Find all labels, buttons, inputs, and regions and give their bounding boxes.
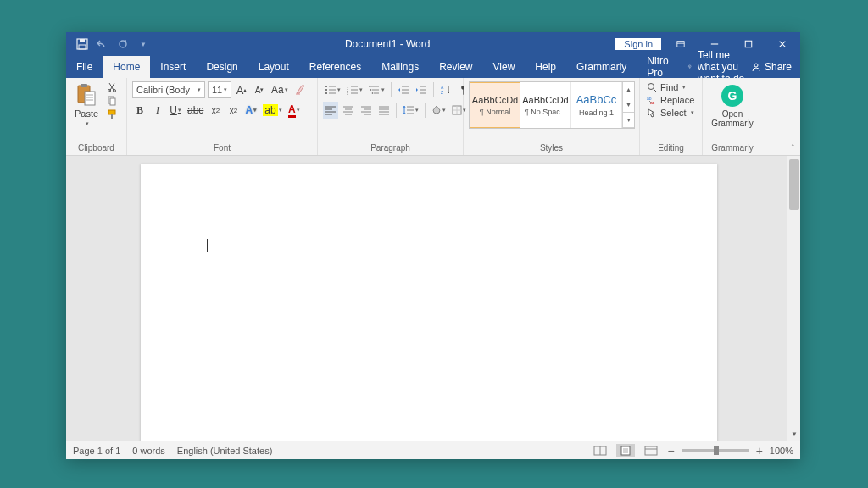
sort-icon[interactable]: AZ: [438, 81, 453, 98]
tab-grammarly[interactable]: Grammarly: [566, 56, 637, 78]
tab-layout[interactable]: Layout: [248, 56, 299, 78]
group-paragraph: ▾ 123▾ ▾ AZ ¶ ▾: [318, 78, 464, 155]
open-grammarly-button[interactable]: G OpenGrammarly: [709, 81, 754, 128]
numbering-button[interactable]: 123▾: [345, 81, 364, 98]
tab-references[interactable]: References: [299, 56, 371, 78]
tab-help[interactable]: Help: [525, 56, 566, 78]
svg-rect-5: [745, 41, 752, 47]
subscript-button[interactable]: x2: [208, 102, 223, 119]
align-center-icon[interactable]: [341, 102, 356, 119]
change-case-button[interactable]: Aa▾: [270, 81, 290, 98]
gallery-up-icon[interactable]: ▲: [623, 82, 634, 97]
scroll-thumb[interactable]: [789, 159, 799, 210]
text-cursor: [207, 239, 208, 252]
align-justify-icon[interactable]: [376, 102, 392, 119]
close-button[interactable]: [768, 32, 797, 56]
style-no-spacing[interactable]: AaBbCcDd ¶ No Spac...: [520, 82, 571, 128]
clipboard-group-label: Clipboard: [71, 141, 121, 155]
tab-home[interactable]: Home: [103, 56, 150, 78]
svg-point-8: [754, 64, 758, 67]
select-button[interactable]: Select▾: [645, 107, 696, 119]
scroll-down-icon[interactable]: ▼: [787, 427, 800, 441]
multilevel-list-button[interactable]: ▾: [367, 81, 387, 98]
print-layout-icon[interactable]: [616, 444, 635, 458]
font-color-button[interactable]: A▾: [287, 102, 302, 119]
style-gallery[interactable]: AaBbCcDd ¶ Normal AaBbCcDd ¶ No Spac... …: [469, 81, 635, 129]
zoom-in-icon[interactable]: +: [756, 444, 763, 458]
text-effects-button[interactable]: A▾: [243, 102, 259, 119]
group-grammarly: G OpenGrammarly Grammarly: [703, 78, 762, 155]
tab-review[interactable]: Review: [429, 56, 482, 78]
redo-icon[interactable]: [117, 38, 129, 50]
increase-font-icon[interactable]: A▴: [234, 81, 249, 98]
vertical-scrollbar[interactable]: ▲ ▼: [787, 156, 800, 441]
tab-nitro[interactable]: Nitro Pro: [637, 56, 679, 78]
svg-point-19: [326, 92, 327, 94]
superscript-button[interactable]: x2: [225, 102, 241, 119]
collapse-ribbon-icon[interactable]: ˄: [791, 143, 795, 152]
cut-icon[interactable]: [105, 81, 119, 93]
gallery-down-icon[interactable]: ▼: [623, 97, 634, 113]
read-mode-icon[interactable]: [591, 444, 609, 458]
gallery-more-icon[interactable]: ▾: [623, 113, 634, 128]
window-title: Document1 - Word: [159, 38, 615, 50]
style-heading1[interactable]: AaBbCc Heading 1: [571, 82, 622, 128]
statusbar: Page 1 of 1 0 words English (United Stat…: [66, 441, 800, 459]
svg-rect-11: [85, 92, 95, 105]
tab-insert[interactable]: Insert: [150, 56, 196, 78]
font-group-label: Font: [132, 141, 312, 155]
clear-formatting-icon[interactable]: [292, 81, 308, 98]
svg-rect-34: [645, 446, 657, 455]
grammarly-icon: G: [721, 85, 743, 107]
share-button[interactable]: Share: [751, 61, 792, 73]
zoom-slider[interactable]: [682, 449, 749, 452]
svg-point-29: [648, 84, 654, 90]
tab-design[interactable]: Design: [196, 56, 248, 78]
document-page[interactable]: KuyhAa-me: [141, 164, 717, 441]
svg-point-7: [690, 66, 691, 67]
styles-group-label: Styles: [469, 141, 634, 155]
web-layout-icon[interactable]: [642, 444, 660, 458]
svg-point-17: [326, 86, 327, 87]
zoom-level[interactable]: 100%: [770, 446, 793, 456]
underline-button[interactable]: U▾: [168, 102, 183, 119]
tab-view[interactable]: View: [483, 56, 526, 78]
tab-mailings[interactable]: Mailings: [371, 56, 429, 78]
zoom-out-icon[interactable]: −: [667, 444, 674, 458]
decrease-indent-icon[interactable]: [396, 81, 411, 98]
strikethrough-button[interactable]: abc: [186, 102, 205, 119]
font-size-combo[interactable]: 11▾: [208, 81, 231, 98]
status-page[interactable]: Page 1 of 1: [73, 446, 120, 456]
format-painter-icon[interactable]: [105, 108, 119, 120]
save-icon[interactable]: [76, 38, 88, 50]
replace-button[interactable]: abac Replace: [645, 94, 696, 106]
decrease-font-icon[interactable]: A▾: [252, 81, 267, 98]
paragraph-group-label: Paragraph: [323, 141, 458, 155]
tab-file[interactable]: File: [66, 56, 103, 78]
signin-button[interactable]: Sign in: [615, 38, 661, 50]
italic-button[interactable]: I: [150, 102, 165, 119]
group-clipboard: Paste ▾ Clipboard: [66, 78, 127, 155]
find-button[interactable]: Find▾: [645, 81, 696, 93]
zoom-slider-thumb[interactable]: [714, 446, 719, 455]
copy-icon[interactable]: [105, 95, 119, 107]
shading-button[interactable]: ▾: [430, 102, 448, 119]
bold-button[interactable]: B: [132, 102, 147, 119]
highlight-button[interactable]: ab▾: [261, 102, 283, 119]
align-right-icon[interactable]: [359, 102, 374, 119]
font-name-combo[interactable]: Calibri (Body▾: [132, 81, 205, 98]
svg-rect-10: [81, 84, 87, 87]
status-language[interactable]: English (United States): [177, 446, 273, 456]
group-styles: AaBbCcDd ¶ Normal AaBbCcDd ¶ No Spac... …: [464, 78, 640, 155]
style-normal[interactable]: AaBbCcDd ¶ Normal: [470, 82, 520, 128]
line-spacing-button[interactable]: ▾: [401, 102, 420, 119]
qat-customize-icon[interactable]: ▼: [137, 38, 149, 50]
bullets-button[interactable]: ▾: [323, 81, 342, 98]
svg-point-25: [372, 92, 374, 94]
status-words[interactable]: 0 words: [132, 446, 165, 456]
undo-icon[interactable]: [97, 38, 108, 50]
svg-rect-16: [108, 110, 115, 114]
align-left-icon[interactable]: [323, 102, 338, 119]
paste-button[interactable]: Paste ▾: [71, 81, 102, 129]
increase-indent-icon[interactable]: [414, 81, 429, 98]
